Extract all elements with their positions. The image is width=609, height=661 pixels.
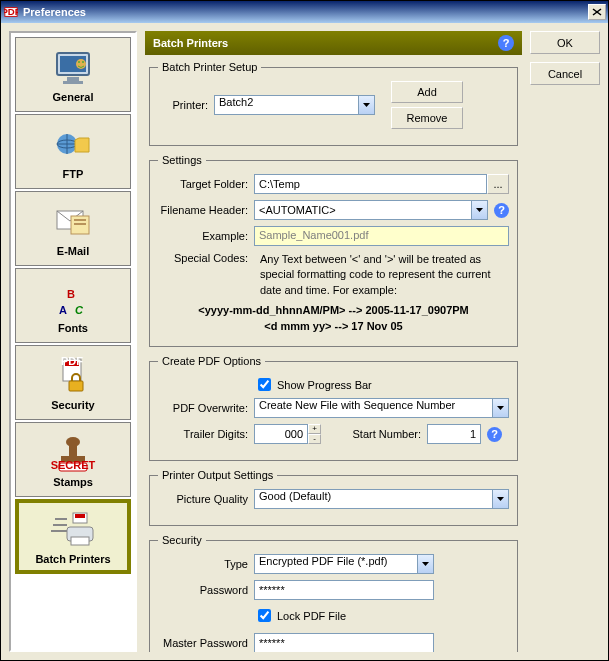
sidebar-item-fonts[interactable]: BAC Fonts: [15, 268, 131, 343]
sidebar-item-stamps[interactable]: SECRET Stamps: [15, 422, 131, 497]
help-icon[interactable]: ?: [487, 427, 502, 442]
picture-quality-label: Picture Quality: [158, 493, 248, 505]
svg-rect-17: [74, 219, 86, 221]
group-legend: Security: [158, 534, 206, 546]
sidebar-item-ftp[interactable]: FTP: [15, 114, 131, 189]
special-codes-label: Special Codes:: [158, 252, 248, 264]
security-group: Security Type Encrypted PDF File (*.pdf)…: [149, 534, 518, 652]
filename-header-value[interactable]: [254, 200, 471, 220]
lock-pdf-checkbox[interactable]: [258, 609, 271, 622]
svg-rect-37: [71, 537, 89, 545]
security-type-label: Type: [158, 558, 248, 570]
picture-quality-value: Good (Default): [254, 489, 492, 509]
svg-text:PDF: PDF: [61, 355, 83, 367]
format-example-1: <yyyy-mm-dd_hhnnAM/PM> --> 2005-11-17_09…: [158, 304, 509, 316]
filename-header-label: Filename Header:: [158, 204, 248, 216]
svg-text:SECRET: SECRET: [51, 459, 96, 471]
sidebar-item-batch-printers[interactable]: Batch Printers: [15, 499, 131, 574]
pdf-overwrite-label: PDF Overwrite:: [158, 402, 248, 414]
printer-select[interactable]: Batch2: [214, 95, 375, 115]
panel-title: Batch Printers: [153, 37, 228, 49]
network-folder-icon: [49, 124, 97, 166]
special-codes-text: Any Text between '<' and '>' will be tre…: [260, 252, 509, 298]
group-legend: Create PDF Options: [158, 355, 265, 367]
svg-text:PDF: PDF: [4, 6, 18, 17]
sidebar-item-email[interactable]: E-Mail: [15, 191, 131, 266]
sidebar-item-label: Security: [51, 399, 94, 411]
svg-rect-7: [63, 81, 83, 84]
example-value: Sample_Name001.pdf: [254, 226, 509, 246]
close-button[interactable]: [588, 4, 606, 20]
svg-rect-27: [69, 444, 77, 458]
group-legend: Settings: [158, 154, 206, 166]
chevron-down-icon[interactable]: [492, 398, 509, 418]
chevron-down-icon[interactable]: [358, 95, 375, 115]
pdf-lock-icon: PDF: [49, 355, 97, 397]
password-label: Password: [158, 584, 248, 596]
sidebar-item-general[interactable]: General: [15, 37, 131, 112]
sidebar-item-label: E-Mail: [57, 245, 89, 257]
batch-printer-icon: [49, 509, 97, 551]
pdf-overwrite-select[interactable]: Create New File with Sequence Number: [254, 398, 509, 418]
start-number-input[interactable]: [427, 424, 481, 444]
picture-quality-select[interactable]: Good (Default): [254, 489, 509, 509]
remove-button[interactable]: Remove: [391, 107, 463, 129]
sidebar-item-label: FTP: [63, 168, 84, 180]
app-icon: PDF: [3, 4, 19, 20]
trailer-digits-spinner: + -: [308, 424, 321, 444]
envelope-icon: [49, 201, 97, 243]
printer-output-group: Printer Output Settings Picture Quality …: [149, 469, 518, 526]
target-folder-input[interactable]: [254, 174, 487, 194]
create-pdf-options-group: Create PDF Options Show Progress Bar PDF…: [149, 355, 518, 461]
lock-pdf-label: Lock PDF File: [277, 610, 346, 622]
panel-header: Batch Printers ?: [145, 31, 522, 55]
fonts-icon: BAC: [49, 278, 97, 320]
group-legend: Batch Printer Setup: [158, 61, 261, 73]
svg-rect-25: [69, 381, 83, 391]
svg-point-9: [78, 61, 80, 63]
svg-rect-6: [67, 77, 79, 81]
group-legend: Printer Output Settings: [158, 469, 277, 481]
help-icon[interactable]: ?: [494, 203, 509, 218]
trailer-digits-label: Trailer Digits:: [158, 428, 248, 440]
add-button[interactable]: Add: [391, 81, 463, 103]
master-password-input[interactable]: [254, 633, 434, 652]
preferences-window: PDF Preferences General FTP: [0, 0, 609, 661]
trailer-digits-input[interactable]: [254, 424, 308, 444]
security-type-value: Encrypted PDF File (*.pdf): [254, 554, 417, 574]
pdf-overwrite-value: Create New File with Sequence Number: [254, 398, 492, 418]
security-type-select[interactable]: Encrypted PDF File (*.pdf): [254, 554, 434, 574]
sidebar-item-security[interactable]: PDF Security: [15, 345, 131, 420]
show-progress-label: Show Progress Bar: [277, 379, 372, 391]
chevron-down-icon[interactable]: [417, 554, 434, 574]
password-input[interactable]: [254, 580, 434, 600]
sidebar-item-label: Stamps: [53, 476, 93, 488]
sidebar-item-label: General: [53, 91, 94, 103]
ok-button[interactable]: OK: [530, 31, 600, 54]
sidebar-item-label: Fonts: [58, 322, 88, 334]
chevron-down-icon[interactable]: [492, 489, 509, 509]
spin-down-button[interactable]: -: [308, 434, 321, 444]
start-number-label: Start Number:: [341, 428, 421, 440]
help-icon[interactable]: ?: [498, 35, 514, 51]
spin-up-button[interactable]: +: [308, 424, 321, 434]
sidebar-item-label: Batch Printers: [35, 553, 110, 565]
chevron-down-icon[interactable]: [471, 200, 488, 220]
target-folder-label: Target Folder:: [158, 178, 248, 190]
svg-rect-18: [74, 223, 86, 225]
filename-header-select[interactable]: [254, 200, 488, 220]
svg-rect-35: [75, 514, 85, 518]
monitor-icon: [49, 47, 97, 89]
svg-text:A: A: [59, 304, 67, 316]
main-panel: Batch Printers ? Batch Printer Setup Pri…: [145, 31, 522, 652]
svg-text:C: C: [75, 304, 84, 316]
example-label: Example:: [158, 230, 248, 242]
svg-point-10: [82, 61, 84, 63]
browse-button[interactable]: ...: [487, 174, 509, 194]
show-progress-checkbox[interactable]: [258, 378, 271, 391]
cancel-button[interactable]: Cancel: [530, 62, 600, 85]
settings-group: Settings Target Folder: ... Filename Hea…: [149, 154, 518, 347]
dialog-buttons: OK Cancel: [530, 31, 600, 652]
svg-text:B: B: [67, 288, 75, 300]
window-body: General FTP E-Mail BAC Fonts: [1, 23, 608, 660]
